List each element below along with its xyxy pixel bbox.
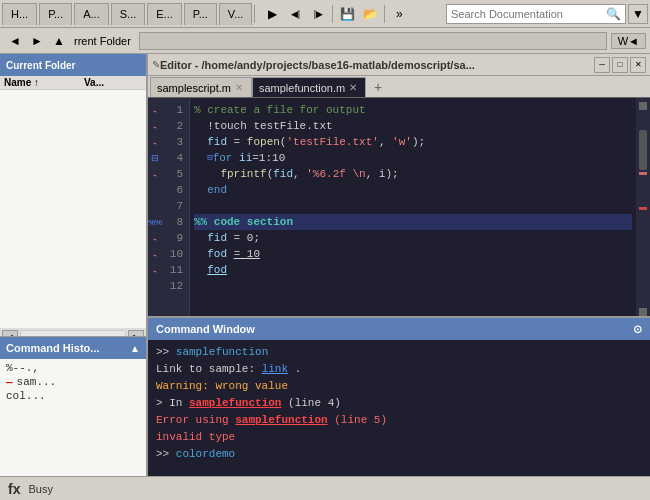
code-line-10: fod = 10: [194, 246, 632, 262]
file-table-header: Name ↑ Va...: [0, 76, 146, 90]
open-button[interactable]: 📂: [359, 3, 381, 25]
ind-9: -: [151, 230, 159, 246]
cmd-out-7: >> colordemo: [156, 446, 642, 463]
code-line-12: [194, 278, 632, 294]
code-line-5: fprintf ( fid , '%6.2f \n , i);: [194, 166, 632, 182]
tab-samplefunction[interactable]: samplefunction.m ✕: [252, 77, 366, 97]
code-section-8: %% code section: [194, 214, 293, 230]
line-num-3: 3: [168, 134, 183, 150]
more-button[interactable]: »: [388, 3, 410, 25]
tab-samplefunction-close[interactable]: ✕: [349, 82, 357, 93]
scroll-up-arrow[interactable]: [639, 102, 647, 110]
cmd-out-4: > In samplefunction (line 4): [156, 395, 642, 412]
code-line-1: % create a file for output: [194, 102, 632, 118]
ind-6: [151, 182, 159, 198]
ind-4: ⊟: [151, 150, 159, 166]
main-content: Current Folder Name ↑ Va... ◄ ► Command …: [0, 54, 650, 476]
code-str-fmt: '%6.2f \n: [306, 166, 365, 182]
cmd-window-expand-icon[interactable]: ⊙: [633, 323, 642, 336]
code-content[interactable]: % create a file for output !touch testFi…: [190, 98, 636, 316]
cmd-out-5: Error using samplefunction (line 5): [156, 412, 642, 429]
step-back-button[interactable]: ◀|: [284, 3, 306, 25]
code-line-8: %% code section: [194, 214, 632, 230]
tab-samplescript[interactable]: samplescript.m ✕: [150, 77, 252, 97]
status-bar: fx Busy: [0, 476, 650, 500]
code-var-fid-5: fid: [273, 166, 293, 182]
cmd-out-3: Warning: wrong value: [156, 378, 642, 395]
file-scroll-area[interactable]: [0, 90, 146, 328]
code-editor[interactable]: - - - ⊟ - %% - - - 1 2 3 4 5 6: [148, 98, 650, 316]
toolbar-icons: ▶ ◀| |▶ 💾 📂 »: [261, 3, 410, 25]
code-comment-1: % create a file for output: [194, 102, 366, 118]
cmd-out-1: >> samplefunction: [156, 344, 642, 361]
tab-add-button[interactable]: +: [368, 77, 388, 97]
filter-button[interactable]: ▼: [628, 4, 648, 24]
file-browser-header: Current Folder: [0, 54, 146, 76]
editor-maximize-btn[interactable]: □: [612, 57, 628, 73]
line-num-12: 12: [168, 278, 183, 294]
nav-fwd-button[interactable]: ►: [26, 30, 48, 52]
code-line-7: [194, 198, 632, 214]
cmd-fn-link-1[interactable]: samplefunction: [189, 397, 281, 409]
tab-a[interactable]: A...: [74, 3, 109, 25]
code-var-fid-9: fid: [207, 230, 227, 246]
tab-p2[interactable]: P...: [184, 3, 217, 25]
scrollbar-mark-1: [639, 172, 647, 175]
editor-controls: ─ □ ✕: [594, 57, 646, 73]
save-button[interactable]: 💾: [336, 3, 358, 25]
cmd-link-1[interactable]: link: [262, 363, 288, 375]
list-item[interactable]: — sam...: [6, 375, 140, 389]
tab-samplescript-close[interactable]: ✕: [235, 82, 243, 93]
code-eq-10: = 10: [234, 246, 260, 262]
line-num-11: 11: [168, 262, 183, 278]
ind-1: -: [151, 102, 159, 118]
separator-2: [332, 5, 333, 23]
cmd-history-header: Command Histo... ▲: [0, 337, 146, 359]
scroll-down-arrow[interactable]: [639, 308, 647, 316]
path-input[interactable]: [139, 32, 607, 50]
list-item[interactable]: col...: [6, 389, 140, 403]
step-fwd-button[interactable]: |▶: [307, 3, 329, 25]
cmd-history-title: Command Histo...: [6, 342, 100, 354]
tab-h[interactable]: H...: [2, 3, 37, 25]
tab-e[interactable]: E...: [147, 3, 182, 25]
list-item[interactable]: %--.,: [6, 361, 140, 375]
line-numbers: 1 2 3 4 5 6 7 8 9 10 11 12: [162, 98, 190, 316]
line-num-10: 10: [168, 246, 183, 262]
search-input[interactable]: [451, 8, 606, 20]
tab-p1[interactable]: P...: [39, 3, 72, 25]
editor-icon: ✎: [152, 59, 160, 70]
editor-title: Editor - /home/andy/projects/base16-matl…: [160, 59, 475, 71]
play-button[interactable]: ▶: [261, 3, 283, 25]
line-num-8: 8: [168, 214, 183, 230]
cmd-item-3: col...: [6, 390, 46, 402]
command-window: Command Window ⊙ >> samplefunction Link …: [148, 316, 650, 476]
code-str-1: 'testFile.txt': [286, 134, 378, 150]
current-folder-tab[interactable]: Current Folder: [6, 60, 75, 71]
workspace-tab[interactable]: W◄: [611, 33, 646, 49]
cmd-fn-link-2[interactable]: samplefunction: [235, 414, 327, 426]
editor-minimize-btn[interactable]: ─: [594, 57, 610, 73]
scrollbar-thumb[interactable]: [639, 130, 647, 170]
tab-s[interactable]: S...: [111, 3, 146, 25]
editor-tabs: samplescript.m ✕ samplefunction.m ✕ +: [148, 76, 650, 98]
tab-samplefunction-label: samplefunction.m: [259, 82, 345, 94]
code-fn-fprintf: fprintf: [220, 166, 266, 182]
separator-1: [254, 5, 255, 23]
nav-back-button[interactable]: ◄: [4, 30, 26, 52]
code-var-fod-10: fod: [207, 246, 227, 262]
left-panel: Current Folder Name ↑ Va... ◄ ► Command …: [0, 54, 148, 476]
status-text: Busy: [28, 483, 52, 495]
editor-scrollbar[interactable]: [636, 98, 650, 316]
ind-2: -: [151, 118, 159, 134]
ind-7: [151, 198, 159, 214]
cmd-dash-icon: —: [6, 376, 13, 388]
cmd-history-expand-icon[interactable]: ▲: [130, 343, 140, 354]
nav-up-button[interactable]: ▲: [48, 30, 70, 52]
editor-close-btn[interactable]: ✕: [630, 57, 646, 73]
search-icon[interactable]: 🔍: [606, 7, 621, 21]
tab-v[interactable]: V...: [219, 3, 253, 25]
code-text-2: !touch testFile.txt: [194, 118, 333, 134]
code-end-kw-6: end: [207, 182, 227, 198]
cmd-window-content[interactable]: >> samplefunction Link to sample: link .…: [148, 340, 650, 476]
